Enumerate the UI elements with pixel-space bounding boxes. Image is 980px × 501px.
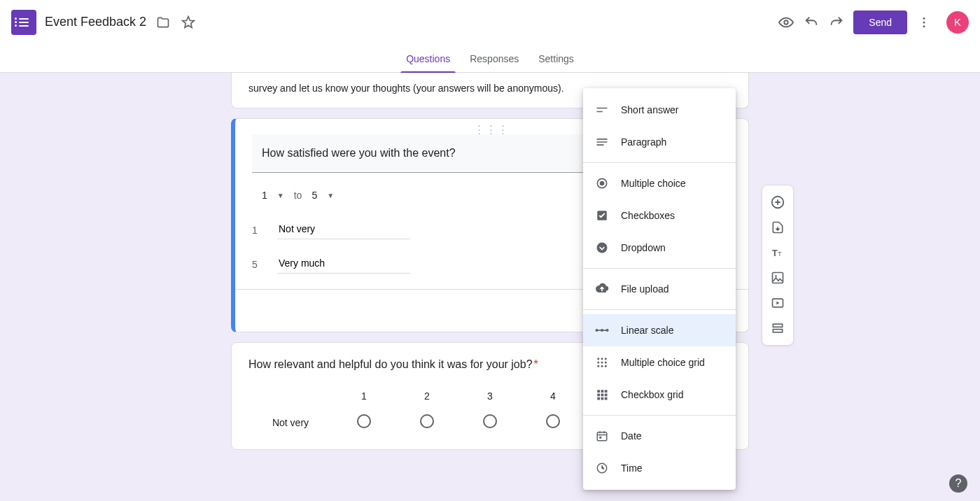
svg-point-22 (601, 365, 603, 367)
svg-text:T: T (778, 250, 782, 257)
svg-point-1 (923, 17, 925, 19)
menu-linear-scale[interactable]: Linear scale (583, 314, 736, 346)
svg-rect-33 (597, 432, 607, 441)
form-tabs: Questions Responses Settings (0, 45, 980, 73)
tab-questions[interactable]: Questions (396, 45, 460, 73)
svg-point-3 (923, 25, 925, 27)
svg-point-21 (597, 365, 599, 367)
more-menu-icon[interactable] (916, 14, 932, 31)
caret-down-icon: ▼ (327, 192, 334, 199)
svg-point-15 (597, 358, 599, 360)
scale-to-select[interactable]: 5 ▼ (312, 190, 334, 201)
menu-checkboxes[interactable]: Checkboxes (583, 199, 736, 232)
scale-from-select[interactable]: 1 ▼ (262, 190, 284, 201)
import-questions-icon[interactable] (765, 215, 790, 240)
side-toolbar: TT (762, 185, 794, 346)
svg-rect-32 (605, 397, 608, 400)
add-image-icon[interactable] (765, 265, 790, 290)
help-icon[interactable]: ? (949, 474, 967, 493)
paragraph-icon (594, 134, 610, 150)
label-high-number: 5 (252, 259, 260, 270)
dropdown-icon (594, 240, 610, 255)
svg-rect-30 (597, 397, 600, 400)
menu-date[interactable]: Date (583, 420, 736, 452)
move-to-folder-icon[interactable] (155, 14, 172, 31)
scale-num-3: 3 (458, 390, 522, 402)
menu-short-answer[interactable]: Short answer (583, 94, 736, 126)
svg-rect-28 (601, 394, 604, 397)
svg-point-16 (601, 358, 603, 360)
scale-num-4: 4 (522, 390, 584, 402)
form-canvas: survey and let us know your thoughts (yo… (0, 73, 980, 501)
radio-icon (594, 176, 610, 191)
svg-point-11 (597, 243, 608, 253)
scale-radio-2[interactable] (420, 414, 434, 428)
svg-rect-27 (597, 394, 600, 397)
short-answer-icon (594, 102, 610, 118)
label-low-input[interactable] (277, 220, 410, 239)
svg-point-19 (601, 362, 603, 364)
scale-to-value: 5 (312, 190, 317, 201)
scale-radio-4[interactable] (546, 414, 560, 428)
label-high-input[interactable] (277, 255, 410, 274)
send-button[interactable]: Send (853, 10, 907, 34)
redo-icon[interactable] (828, 14, 845, 31)
add-section-icon[interactable] (765, 316, 790, 341)
menu-file-upload[interactable]: File upload (583, 273, 736, 305)
svg-point-2 (923, 21, 925, 23)
caret-down-icon: ▼ (277, 192, 284, 199)
svg-rect-29 (605, 394, 608, 397)
document-title[interactable]: Event Feedback 2 (45, 15, 146, 29)
svg-point-40 (775, 275, 777, 277)
scale-radio-1[interactable] (357, 414, 371, 428)
account-avatar[interactable]: K (946, 11, 969, 34)
svg-point-17 (605, 358, 607, 360)
undo-icon[interactable] (803, 14, 820, 31)
svg-rect-26 (605, 390, 608, 393)
add-video-icon[interactable] (765, 290, 790, 316)
linear-scale-icon (594, 323, 610, 338)
app-header: Event Feedback 2 Send K (0, 0, 980, 45)
menu-mc-grid[interactable]: Multiple choice grid (583, 346, 736, 379)
svg-point-20 (605, 362, 607, 364)
preview-icon[interactable] (778, 14, 794, 31)
scale-num-2: 2 (396, 390, 458, 402)
scale-radio-3[interactable] (483, 414, 497, 428)
tab-responses[interactable]: Responses (460, 45, 528, 73)
scale-from-value: 1 (262, 190, 267, 201)
cloud-upload-icon (594, 281, 610, 297)
forms-logo (11, 10, 36, 35)
svg-rect-42 (773, 324, 782, 327)
required-asterisk: * (534, 358, 538, 370)
question-type-menu: Short answer Paragraph Multiple choice C… (583, 88, 736, 490)
add-title-icon[interactable]: TT (765, 240, 790, 265)
scale-to-word: to (294, 190, 302, 201)
star-icon[interactable] (180, 14, 197, 31)
svg-rect-31 (601, 397, 604, 400)
tab-settings[interactable]: Settings (528, 45, 584, 73)
scale-low-label: Not very (248, 417, 332, 428)
drag-handle-icon[interactable]: ⋮⋮⋮ (474, 123, 510, 136)
menu-multiple-choice[interactable]: Multiple choice (583, 167, 736, 199)
svg-point-23 (605, 365, 607, 367)
menu-time[interactable]: Time (583, 452, 736, 484)
scale-num-1: 1 (332, 390, 396, 402)
menu-dropdown[interactable]: Dropdown (583, 232, 736, 264)
add-question-icon[interactable] (765, 190, 790, 215)
svg-rect-34 (599, 437, 601, 439)
svg-rect-24 (597, 390, 600, 393)
calendar-icon (594, 428, 610, 444)
label-low-number: 1 (252, 225, 260, 236)
svg-point-0 (785, 20, 789, 24)
svg-rect-25 (601, 390, 604, 393)
checkbox-icon (594, 208, 610, 223)
menu-paragraph[interactable]: Paragraph (583, 126, 736, 158)
menu-checkbox-grid[interactable]: Checkbox grid (583, 379, 736, 411)
grid-dots-icon (594, 355, 610, 370)
svg-point-18 (597, 362, 599, 364)
grid-squares-icon (594, 387, 610, 402)
svg-text:T: T (772, 248, 778, 258)
svg-point-9 (600, 181, 605, 186)
svg-rect-43 (773, 330, 782, 332)
svg-rect-39 (773, 273, 783, 283)
